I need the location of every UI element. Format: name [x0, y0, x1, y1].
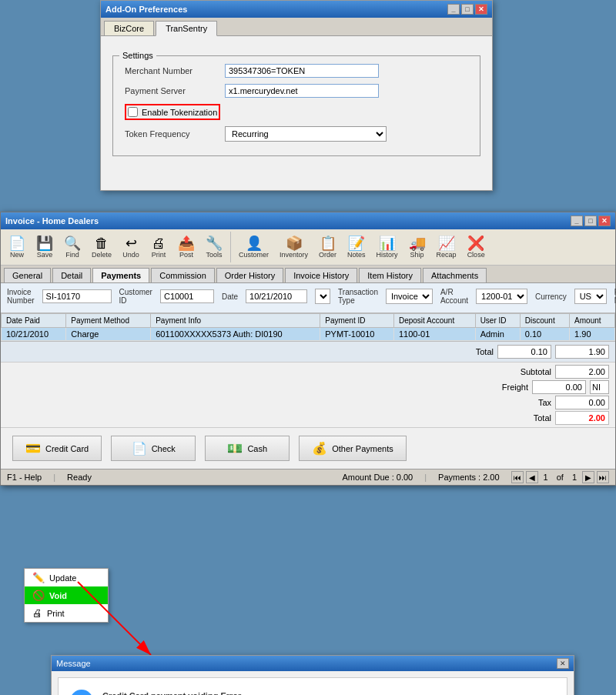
date-dropdown[interactable]: ▼	[315, 289, 330, 304]
tab-invoice-history[interactable]: Invoice History	[285, 268, 357, 282]
currency-dropdown[interactable]: USD	[574, 289, 607, 304]
invoice-minimize-button[interactable]: _	[571, 216, 583, 226]
save-icon: 💾	[36, 236, 53, 250]
message-body: i Credit Card payment voiding Error Only…	[58, 677, 567, 695]
date-label: Date	[222, 292, 238, 301]
credit-card-button[interactable]: 💳 Credit Card	[12, 436, 102, 461]
th-payment-id: Payment ID	[320, 314, 394, 328]
check-button[interactable]: 📄 Check	[111, 436, 196, 461]
cell-payment-info: 601100XXXXX5373 Auth: DI0190	[151, 328, 320, 341]
status-payments: Payments : 2.00	[438, 473, 500, 482]
payment-server-label: Payment Server	[125, 86, 225, 95]
context-print-item[interactable]: 🖨 Print	[25, 604, 108, 622]
freight-input[interactable]	[532, 380, 586, 394]
toolbar-recap-button[interactable]: 📈 Recap	[432, 234, 461, 261]
freight-code-input[interactable]	[590, 380, 609, 394]
toolbar-undo-button[interactable]: ↩ Undo	[118, 234, 144, 261]
enable-tokenization-checkbox[interactable]	[128, 107, 138, 117]
tab-order-history[interactable]: Order History	[216, 268, 283, 282]
addon-close-button[interactable]: ✕	[475, 4, 487, 15]
tab-general[interactable]: General	[4, 268, 51, 282]
date-input[interactable]	[246, 289, 307, 303]
totals-row: Total	[1, 341, 615, 362]
toolbar-customer-button[interactable]: 👤 Customer	[234, 234, 273, 261]
cash-button[interactable]: 💵 Cash	[205, 436, 290, 461]
total-input[interactable]	[555, 411, 609, 425]
message-close-button[interactable]: ✕	[557, 658, 569, 669]
toolbar-find-button[interactable]: 🔍 Find	[59, 234, 85, 261]
toolbar-inventory-button[interactable]: 📦 Inventory	[275, 234, 313, 261]
credit-card-icon: 💳	[25, 441, 41, 456]
invoice-restore-button[interactable]: □	[584, 216, 597, 226]
ar-account-dropdown[interactable]: 1200-01	[476, 289, 527, 304]
addon-minimize-button[interactable]: _	[447, 4, 460, 15]
nav-prev-button[interactable]: ◀	[526, 471, 538, 483]
cell-payment-id: PYMT-10010	[320, 328, 394, 341]
toolbar-new-button[interactable]: 📄 New	[4, 234, 30, 261]
th-amount: Amount	[570, 314, 615, 328]
tab-detail[interactable]: Detail	[52, 268, 91, 282]
toolbar-post-button[interactable]: 📤 Post	[173, 234, 199, 261]
merchant-number-input[interactable]	[225, 64, 379, 78]
message-dialog: Message ✕ i Credit Card payment voiding …	[51, 655, 574, 695]
context-void-item[interactable]: 🚫 Void	[25, 586, 108, 604]
th-deposit-account: Deposit Account	[393, 314, 475, 328]
totals-discount-input[interactable]	[497, 345, 551, 359]
message-title: Message	[56, 659, 91, 668]
toolbar-separator	[230, 232, 231, 262]
payment-server-input[interactable]	[225, 84, 379, 98]
other-payments-button[interactable]: 💰 Other Payments	[299, 436, 406, 461]
toolbar-print-button[interactable]: 🖨 Print	[146, 234, 172, 261]
toolbar-tools-button[interactable]: 🔧 Tools	[201, 234, 227, 261]
transaction-type-dropdown[interactable]: Invoice	[386, 289, 433, 304]
tab-item-history[interactable]: Item History	[359, 268, 421, 282]
toolbar-close-button[interactable]: ❌ Close	[463, 234, 490, 261]
nav-next-button[interactable]: ▶	[582, 471, 594, 483]
recap-label: Recap	[437, 251, 457, 259]
invoice-title: Invoice - Home Dealers	[5, 216, 99, 226]
post-icon: 📤	[178, 236, 195, 250]
settings-group: Settings Merchant Number Payment Server …	[112, 55, 480, 156]
invoice-number-input[interactable]	[42, 289, 112, 303]
context-menu: ✏️ Update 🚫 Void 🖨 Print	[24, 568, 109, 623]
invoice-toolbar: 📄 New 💾 Save 🔍 Find 🗑 Delete ↩ Undo 🖨 Pr…	[1, 229, 615, 266]
addon-tab-bar: BizCore TranSentry	[101, 18, 492, 36]
toolbar-history-button[interactable]: 📊 History	[372, 234, 403, 261]
tab-payments[interactable]: Payments	[92, 268, 149, 282]
payments-section: Date Paid Payment Method Payment Info Pa…	[1, 313, 615, 341]
invoice-window: Invoice - Home Dealers _ □ ✕ 📄 New 💾 Sav…	[0, 212, 616, 486]
tab-attachments[interactable]: Attachments	[423, 268, 487, 282]
totals-amount-input[interactable]	[555, 345, 609, 359]
notes-label: Notes	[347, 251, 366, 259]
toolbar-save-button[interactable]: 💾 Save	[32, 234, 58, 261]
addon-maximize-button[interactable]: □	[461, 4, 474, 15]
totals-label: Total	[476, 347, 494, 356]
tab-commission[interactable]: Commission	[151, 268, 215, 282]
print-label: Print	[152, 251, 166, 259]
toolbar-delete-button[interactable]: 🗑 Delete	[87, 234, 116, 261]
update-icon: ✏️	[32, 572, 45, 583]
customer-id-input[interactable]	[160, 289, 214, 303]
toolbar-notes-button[interactable]: 📝 Notes	[343, 234, 370, 261]
tab-transentry[interactable]: TranSentry	[156, 21, 217, 36]
token-frequency-dropdown[interactable]: Recurring	[225, 126, 387, 142]
toolbar-order-button[interactable]: 📋 Order	[314, 234, 341, 261]
status-bar: F1 - Help | Ready Amount Due : 0.00 | Pa…	[1, 469, 615, 485]
status-help: F1 - Help	[7, 473, 42, 482]
table-row[interactable]: 10/21/2010 Charge 601100XXXXX5373 Auth: …	[2, 328, 615, 341]
tab-bizcore[interactable]: BizCore	[104, 21, 154, 35]
cell-deposit-account: 1100-01	[393, 328, 475, 341]
history-label: History	[377, 251, 398, 259]
invoice-close-button[interactable]: ✕	[598, 216, 611, 226]
nav-last-button[interactable]: ⏭	[597, 471, 609, 483]
history-icon: 📊	[379, 236, 396, 250]
nav-first-button[interactable]: ⏮	[511, 471, 524, 483]
tax-input[interactable]	[555, 396, 609, 409]
status-amount-due: Amount Due : 0.00	[342, 473, 413, 482]
toolbar-ship-button[interactable]: 🚚 Ship	[404, 234, 430, 261]
subtotal-input[interactable]	[555, 365, 609, 379]
context-update-item[interactable]: ✏️ Update	[25, 569, 108, 586]
payment-buttons-section: 💳 Credit Card 📄 Check 💵 Cash 💰 Other Pay…	[1, 427, 615, 469]
message-error-title: Credit Card payment voiding Error	[102, 691, 241, 695]
inventory-label: Inventory	[280, 251, 308, 259]
